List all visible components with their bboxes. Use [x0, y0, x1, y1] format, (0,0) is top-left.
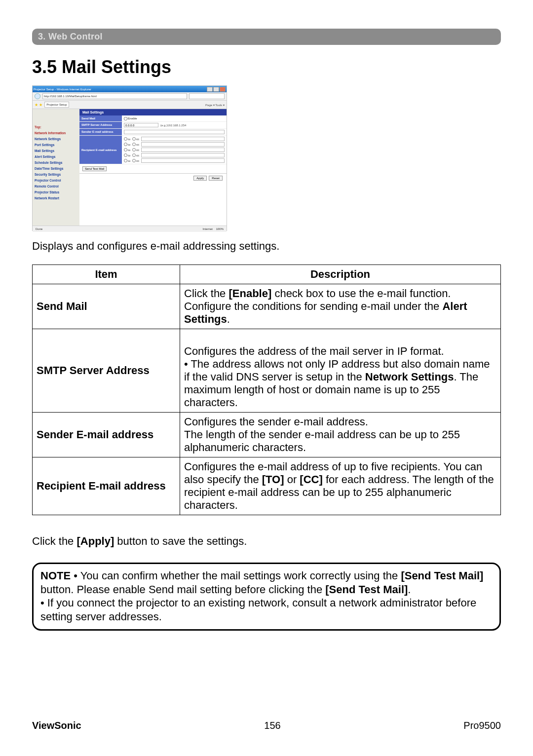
- address-bar: http://192.168.1.10/MailSetupframe.html: [33, 92, 227, 101]
- desc-cell: Configures the sender e-mail address. Th…: [180, 413, 501, 457]
- enable-checkbox: Enable: [124, 117, 137, 120]
- desc-cell: Configures the e-mail address of up to f…: [180, 457, 501, 515]
- minimize-icon: [207, 87, 213, 92]
- chapter-bar: 3. Web Control: [32, 29, 501, 45]
- status-left: Done: [36, 227, 42, 230]
- row-label: Send Mail: [79, 115, 122, 121]
- lead-text: Displays and configures e-mail addressin…: [32, 240, 501, 253]
- status-right: 100%: [216, 227, 224, 230]
- maximize-icon: [213, 87, 219, 92]
- table-row: SMTP Server Address Configures the addre…: [33, 329, 501, 413]
- window-title: Projector Setup - Windows Internet Explo…: [34, 88, 91, 91]
- item-cell: SMTP Server Address: [33, 329, 180, 413]
- apply-button: Apply: [193, 176, 207, 181]
- recipient-input: [141, 142, 225, 147]
- table-header-desc: Description: [180, 265, 501, 284]
- row-label: Sender E-mail address: [79, 129, 122, 135]
- page-footer: ViewSonic 156 Pro9500: [32, 720, 501, 731]
- table-header-item: Item: [33, 265, 180, 284]
- send-test-mail-button: Send Test Mail: [82, 166, 107, 171]
- sidebar: Top: Network Information Network Setting…: [33, 109, 79, 226]
- sender-input: [124, 130, 225, 134]
- screenshot-figure: Projector Setup - Windows Internet Explo…: [32, 85, 227, 231]
- footer-brand: ViewSonic: [32, 720, 81, 731]
- desc-cell: Click the [Enable] check box to use the …: [180, 284, 501, 329]
- smtp-hint: (e.g.)192.168.1.254: [160, 124, 186, 127]
- sidebar-item: Network Restart: [33, 195, 79, 201]
- table-row: Send Mail Click the [Enable] check box t…: [33, 284, 501, 329]
- table-row: Recipient E-mail address Configures the …: [33, 457, 501, 515]
- note-box: NOTE • You can confirm whether the mail …: [32, 563, 501, 631]
- page-number: 156: [264, 720, 280, 731]
- item-cell: Sender E-mail address: [33, 413, 180, 457]
- after-table-text: Click the [Apply] button to save the set…: [32, 535, 501, 548]
- note-label: NOTE: [40, 569, 71, 582]
- item-cell: Recipient E-mail address: [33, 457, 180, 515]
- sidebar-item: Projector Control: [33, 177, 79, 183]
- browser-tab: Projector Setup: [44, 102, 69, 108]
- favorites-icon: ★ ★: [35, 103, 42, 107]
- toolbar-menu: Page ▾ Tools ▾: [205, 103, 225, 107]
- row-label: SMTP Server Address: [79, 122, 122, 128]
- status-bar: Done Internet 100%: [33, 226, 227, 232]
- sidebar-item: Projector Status: [33, 189, 79, 195]
- panel-heading: Mail Settings: [79, 109, 227, 115]
- recipient-input: [141, 153, 225, 157]
- smtp-input: [124, 123, 158, 127]
- sidebar-item: Date/Time Settings: [33, 165, 79, 171]
- sidebar-item: Top:: [33, 124, 79, 130]
- item-cell: Send Mail: [33, 284, 180, 329]
- desc-cell: Configures the address of the mail serve…: [180, 329, 501, 413]
- sidebar-item: Schedule Settings: [33, 159, 79, 165]
- section-title: 3.5 Mail Settings: [32, 57, 501, 77]
- sidebar-item: Security Settings: [33, 171, 79, 177]
- sidebar-item: Mail Settings: [33, 148, 79, 153]
- recipient-input: [141, 158, 225, 163]
- status-mid: Internet: [203, 227, 213, 230]
- window-titlebar: Projector Setup - Windows Internet Explo…: [33, 86, 227, 92]
- page: 3. Web Control 3.5 Mail Settings Project…: [0, 0, 533, 756]
- main-panel: Mail Settings Send Mail Enable SMTP Serv…: [79, 109, 227, 226]
- recipient-input: [141, 137, 225, 141]
- sidebar-item: Port Settings: [33, 142, 79, 148]
- footer-model: Pro9500: [463, 720, 501, 731]
- url-field: http://192.168.1.10/MailSetupframe.html: [42, 93, 187, 99]
- toolbar: ★ ★ Projector Setup Page ▾ Tools ▾: [33, 101, 227, 109]
- close-icon: [220, 87, 226, 92]
- back-icon: [35, 93, 40, 99]
- sidebar-item: Network Settings: [33, 136, 79, 142]
- recipient-input: [141, 148, 225, 152]
- sidebar-item: Alert Settings: [33, 153, 79, 159]
- sidebar-item: Network Information: [33, 130, 79, 136]
- reset-button: Reset: [209, 176, 223, 181]
- search-box: [189, 93, 225, 99]
- row-label: Recipient E-mail address: [79, 136, 122, 164]
- sidebar-item: Remote Control: [33, 183, 79, 189]
- description-table: Item Description Send Mail Click the [En…: [32, 265, 501, 515]
- table-row: Sender E-mail address Configures the sen…: [33, 413, 501, 457]
